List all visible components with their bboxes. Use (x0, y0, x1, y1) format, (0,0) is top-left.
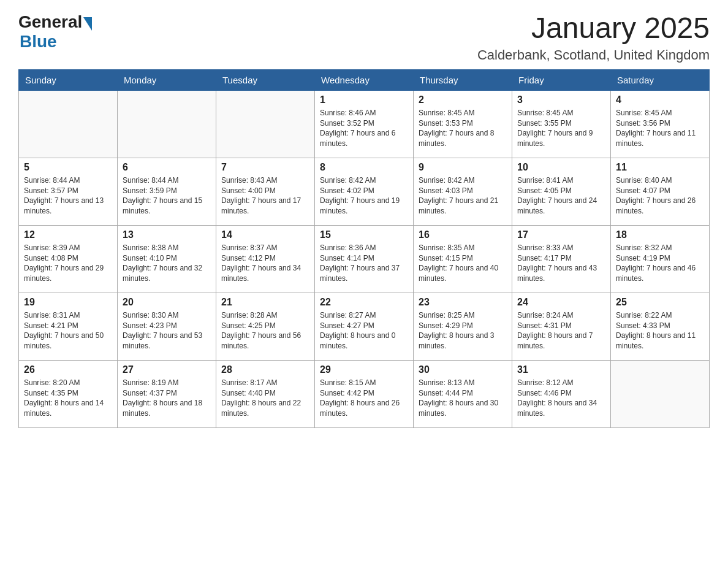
page-header: General Blue January 2025 Calderbank, Sc… (18, 12, 710, 63)
day-number: 28 (221, 364, 309, 375)
calendar-cell: 6Sunrise: 8:44 AM Sunset: 3:59 PM Daylig… (118, 158, 216, 225)
calendar-cell (611, 360, 710, 427)
day-info: Sunrise: 8:20 AM Sunset: 4:35 PM Dayligh… (24, 378, 112, 419)
calendar-cell: 21Sunrise: 8:28 AM Sunset: 4:25 PM Dayli… (216, 293, 315, 360)
day-info: Sunrise: 8:25 AM Sunset: 4:29 PM Dayligh… (419, 310, 507, 351)
day-number: 21 (221, 297, 309, 308)
col-monday: Monday (118, 69, 216, 90)
calendar-body: 1Sunrise: 8:46 AM Sunset: 3:52 PM Daylig… (19, 90, 710, 427)
calendar-title: January 2025 (477, 12, 710, 45)
calendar-cell: 16Sunrise: 8:35 AM Sunset: 4:15 PM Dayli… (414, 225, 512, 293)
col-wednesday: Wednesday (315, 69, 414, 90)
day-info: Sunrise: 8:32 AM Sunset: 4:19 PM Dayligh… (616, 243, 704, 284)
calendar-cell (216, 90, 315, 158)
day-info: Sunrise: 8:41 AM Sunset: 4:05 PM Dayligh… (517, 175, 605, 216)
day-info: Sunrise: 8:42 AM Sunset: 4:02 PM Dayligh… (320, 175, 408, 216)
day-info: Sunrise: 8:45 AM Sunset: 3:55 PM Dayligh… (517, 108, 605, 149)
day-info: Sunrise: 8:36 AM Sunset: 4:14 PM Dayligh… (320, 243, 408, 284)
day-number: 10 (517, 162, 605, 173)
day-number: 16 (419, 229, 507, 240)
logo-triangle-icon (83, 17, 92, 31)
day-number: 13 (123, 229, 211, 240)
day-info: Sunrise: 8:12 AM Sunset: 4:46 PM Dayligh… (517, 378, 605, 419)
col-sunday: Sunday (19, 69, 118, 90)
day-number: 29 (320, 364, 408, 375)
calendar-cell: 3Sunrise: 8:45 AM Sunset: 3:55 PM Daylig… (512, 90, 611, 158)
calendar-cell: 2Sunrise: 8:45 AM Sunset: 3:53 PM Daylig… (414, 90, 512, 158)
day-number: 23 (419, 297, 507, 308)
day-info: Sunrise: 8:44 AM Sunset: 3:57 PM Dayligh… (24, 175, 112, 216)
calendar-cell: 28Sunrise: 8:17 AM Sunset: 4:40 PM Dayli… (216, 360, 315, 427)
calendar-cell: 31Sunrise: 8:12 AM Sunset: 4:46 PM Dayli… (512, 360, 611, 427)
day-number: 8 (320, 162, 408, 173)
day-info: Sunrise: 8:17 AM Sunset: 4:40 PM Dayligh… (221, 378, 309, 419)
day-info: Sunrise: 8:40 AM Sunset: 4:07 PM Dayligh… (616, 175, 704, 216)
day-number: 15 (320, 229, 408, 240)
day-number: 18 (616, 229, 704, 240)
calendar-cell: 23Sunrise: 8:25 AM Sunset: 4:29 PM Dayli… (414, 293, 512, 360)
day-number: 17 (517, 229, 605, 240)
day-info: Sunrise: 8:15 AM Sunset: 4:42 PM Dayligh… (320, 378, 408, 419)
col-tuesday: Tuesday (216, 69, 315, 90)
col-saturday: Saturday (611, 69, 710, 90)
day-number: 30 (419, 364, 507, 375)
calendar-cell: 7Sunrise: 8:43 AM Sunset: 4:00 PM Daylig… (216, 158, 315, 225)
calendar-week-row: 1Sunrise: 8:46 AM Sunset: 3:52 PM Daylig… (19, 90, 710, 158)
calendar-cell: 20Sunrise: 8:30 AM Sunset: 4:23 PM Dayli… (118, 293, 216, 360)
day-number: 9 (419, 162, 507, 173)
calendar-cell: 30Sunrise: 8:13 AM Sunset: 4:44 PM Dayli… (414, 360, 512, 427)
calendar-week-row: 5Sunrise: 8:44 AM Sunset: 3:57 PM Daylig… (19, 158, 710, 225)
calendar-cell: 15Sunrise: 8:36 AM Sunset: 4:14 PM Dayli… (315, 225, 414, 293)
calendar-cell: 17Sunrise: 8:33 AM Sunset: 4:17 PM Dayli… (512, 225, 611, 293)
day-info: Sunrise: 8:44 AM Sunset: 3:59 PM Dayligh… (123, 175, 211, 216)
day-number: 27 (123, 364, 211, 375)
header-row: Sunday Monday Tuesday Wednesday Thursday… (19, 69, 710, 90)
calendar-cell: 13Sunrise: 8:38 AM Sunset: 4:10 PM Dayli… (118, 225, 216, 293)
day-number: 31 (517, 364, 605, 375)
calendar-cell (19, 90, 118, 158)
calendar-cell: 8Sunrise: 8:42 AM Sunset: 4:02 PM Daylig… (315, 158, 414, 225)
day-info: Sunrise: 8:28 AM Sunset: 4:25 PM Dayligh… (221, 310, 309, 351)
calendar-week-row: 19Sunrise: 8:31 AM Sunset: 4:21 PM Dayli… (19, 293, 710, 360)
day-info: Sunrise: 8:24 AM Sunset: 4:31 PM Dayligh… (517, 310, 605, 351)
day-number: 14 (221, 229, 309, 240)
day-number: 22 (320, 297, 408, 308)
calendar-cell: 22Sunrise: 8:27 AM Sunset: 4:27 PM Dayli… (315, 293, 414, 360)
calendar-cell: 18Sunrise: 8:32 AM Sunset: 4:19 PM Dayli… (611, 225, 710, 293)
day-number: 25 (616, 297, 704, 308)
day-number: 12 (24, 229, 112, 240)
day-number: 1 (320, 94, 408, 105)
calendar-cell: 19Sunrise: 8:31 AM Sunset: 4:21 PM Dayli… (19, 293, 118, 360)
day-info: Sunrise: 8:33 AM Sunset: 4:17 PM Dayligh… (517, 243, 605, 284)
col-thursday: Thursday (414, 69, 512, 90)
day-number: 5 (24, 162, 112, 173)
day-info: Sunrise: 8:45 AM Sunset: 3:56 PM Dayligh… (616, 108, 704, 149)
calendar-week-row: 26Sunrise: 8:20 AM Sunset: 4:35 PM Dayli… (19, 360, 710, 427)
logo-blue-text: Blue (20, 32, 92, 52)
calendar-subtitle: Calderbank, Scotland, United Kingdom (477, 47, 710, 63)
day-number: 20 (123, 297, 211, 308)
day-info: Sunrise: 8:43 AM Sunset: 4:00 PM Dayligh… (221, 175, 309, 216)
title-area: January 2025 Calderbank, Scotland, Unite… (477, 12, 710, 63)
day-info: Sunrise: 8:13 AM Sunset: 4:44 PM Dayligh… (419, 378, 507, 419)
calendar-cell (118, 90, 216, 158)
day-number: 4 (616, 94, 704, 105)
calendar-cell: 25Sunrise: 8:22 AM Sunset: 4:33 PM Dayli… (611, 293, 710, 360)
day-info: Sunrise: 8:30 AM Sunset: 4:23 PM Dayligh… (123, 310, 211, 351)
calendar-cell: 14Sunrise: 8:37 AM Sunset: 4:12 PM Dayli… (216, 225, 315, 293)
calendar-table: Sunday Monday Tuesday Wednesday Thursday… (18, 69, 710, 428)
day-info: Sunrise: 8:42 AM Sunset: 4:03 PM Dayligh… (419, 175, 507, 216)
day-info: Sunrise: 8:22 AM Sunset: 4:33 PM Dayligh… (616, 310, 704, 351)
calendar-week-row: 12Sunrise: 8:39 AM Sunset: 4:08 PM Dayli… (19, 225, 710, 293)
calendar-cell: 4Sunrise: 8:45 AM Sunset: 3:56 PM Daylig… (611, 90, 710, 158)
day-info: Sunrise: 8:46 AM Sunset: 3:52 PM Dayligh… (320, 108, 408, 149)
day-info: Sunrise: 8:37 AM Sunset: 4:12 PM Dayligh… (221, 243, 309, 284)
calendar-cell: 10Sunrise: 8:41 AM Sunset: 4:05 PM Dayli… (512, 158, 611, 225)
logo-general-text: General (18, 12, 82, 32)
calendar-cell: 9Sunrise: 8:42 AM Sunset: 4:03 PM Daylig… (414, 158, 512, 225)
day-info: Sunrise: 8:35 AM Sunset: 4:15 PM Dayligh… (419, 243, 507, 284)
day-number: 11 (616, 162, 704, 173)
calendar-cell: 11Sunrise: 8:40 AM Sunset: 4:07 PM Dayli… (611, 158, 710, 225)
day-number: 2 (419, 94, 507, 105)
day-number: 6 (123, 162, 211, 173)
